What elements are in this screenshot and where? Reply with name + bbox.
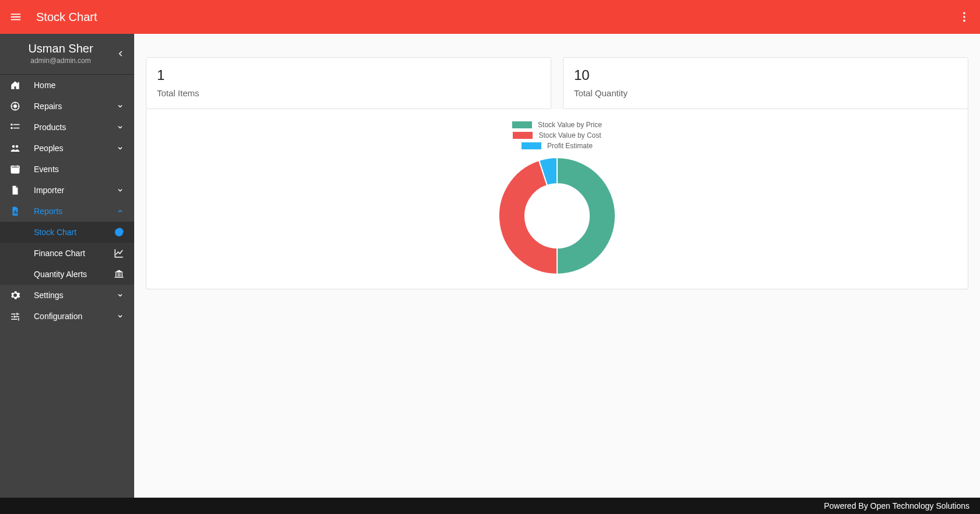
- svg-point-5: [14, 105, 17, 108]
- page-title: Stock Chart: [36, 11, 97, 24]
- sidebar-item-label: Importer: [34, 186, 103, 195]
- legend-item: Profit Estimate: [512, 141, 602, 151]
- gear-icon: [9, 290, 21, 300]
- card-total-quantity: 10 Total Quantity: [563, 57, 968, 109]
- svg-rect-19: [118, 273, 119, 277]
- donut-chart: [496, 155, 618, 277]
- svg-point-1: [963, 16, 965, 18]
- sidebar-nav: Home Repairs Products: [0, 75, 134, 222]
- sidebar-item-settings[interactable]: Settings: [0, 285, 134, 306]
- svg-point-11: [16, 145, 19, 148]
- chevron-down-icon: [116, 145, 125, 152]
- svg-point-0: [963, 12, 965, 15]
- svg-rect-9: [13, 128, 20, 129]
- hamburger-icon[interactable]: [9, 11, 22, 23]
- sidebar-item-quantity-alerts[interactable]: Quantity Alerts: [0, 264, 134, 285]
- sidebar-item-importer[interactable]: Importer: [0, 180, 134, 201]
- legend-swatch: [512, 121, 532, 128]
- sidebar: Usman Sher admin@admin.com Home Repairs: [0, 34, 134, 498]
- line-chart-icon: [113, 248, 125, 258]
- sidebar-item-label: Products: [34, 123, 103, 132]
- legend-swatch: [513, 132, 533, 139]
- svg-rect-6: [11, 124, 13, 125]
- sidebar-item-events[interactable]: Events: [0, 159, 134, 180]
- sidebar-item-peoples[interactable]: Peoples: [0, 138, 134, 159]
- sidebar-collapse-button[interactable]: [117, 50, 125, 58]
- sidebar-item-stock-chart[interactable]: Stock Chart: [0, 222, 134, 243]
- svg-rect-20: [120, 273, 121, 277]
- svg-rect-21: [122, 273, 123, 277]
- legend-label: Stock Value by Price: [538, 121, 602, 129]
- more-vert-icon[interactable]: [958, 11, 971, 23]
- svg-rect-7: [13, 124, 20, 125]
- donut-icon: [113, 227, 125, 237]
- sidebar-item-finance-chart[interactable]: Finance Chart: [0, 243, 134, 264]
- user-block: Usman Sher admin@admin.com: [0, 34, 134, 74]
- sidebar-item-label: Settings: [34, 291, 103, 300]
- card-value: 1: [157, 67, 540, 83]
- card-label: Total Quantity: [574, 88, 957, 98]
- file-icon: [9, 185, 21, 195]
- sidebar-item-label: Finance Chart: [34, 249, 100, 258]
- chart-legend: Stock Value by Price Stock Value by Cost…: [512, 120, 602, 151]
- svg-rect-16: [16, 212, 18, 214]
- home-icon: [9, 80, 21, 90]
- legend-label: Stock Value by Cost: [538, 131, 601, 139]
- tune-icon: [9, 311, 21, 321]
- card-label: Total Items: [157, 88, 540, 98]
- repairs-icon: [9, 101, 21, 111]
- svg-rect-14: [14, 211, 15, 214]
- chevron-down-icon: [116, 103, 125, 110]
- sidebar-item-label: Peoples: [34, 144, 103, 153]
- user-name: Usman Sher: [9, 42, 112, 55]
- sidebar-item-label: Configuration: [34, 312, 103, 321]
- svg-rect-3: [18, 82, 19, 85]
- sidebar-item-reports[interactable]: Reports: [0, 201, 134, 222]
- sidebar-item-label: Events: [34, 165, 103, 174]
- appbar: Stock Chart: [0, 0, 980, 34]
- legend-item: Stock Value by Cost: [512, 130, 602, 141]
- sidebar-subnav-reports: Stock Chart Finance Chart Quantity Alert…: [0, 222, 134, 285]
- sidebar-item-home[interactable]: Home: [0, 75, 134, 96]
- chart-panel: Stock Value by Price Stock Value by Cost…: [146, 109, 968, 289]
- footer-text: Powered By Open Technology Solutions: [824, 501, 970, 510]
- svg-point-10: [12, 145, 15, 148]
- chevron-up-icon: [116, 208, 125, 215]
- card-total-items: 1 Total Items: [146, 57, 551, 109]
- svg-rect-15: [15, 210, 16, 214]
- user-email: admin@admin.com: [9, 57, 112, 65]
- sidebar-item-label: Reports: [34, 207, 103, 216]
- chevron-down-icon: [116, 124, 125, 131]
- people-icon: [9, 143, 21, 153]
- svg-rect-8: [11, 127, 13, 129]
- main-content: 1 Total Items 10 Total Quantity Stock Va…: [134, 34, 980, 498]
- chevron-down-icon: [116, 313, 125, 320]
- svg-point-2: [963, 20, 965, 22]
- sidebar-item-label: Stock Chart: [34, 228, 100, 237]
- chevron-down-icon: [116, 187, 125, 194]
- legend-label: Profit Estimate: [547, 142, 593, 150]
- svg-rect-13: [11, 166, 19, 168]
- sidebar-item-label: Repairs: [34, 102, 103, 111]
- sidebar-item-label: Quantity Alerts: [34, 270, 100, 279]
- legend-swatch: [522, 142, 541, 149]
- svg-rect-18: [116, 273, 117, 277]
- bank-icon: [113, 269, 125, 279]
- report-icon: [9, 206, 21, 216]
- sidebar-item-repairs[interactable]: Repairs: [0, 96, 134, 117]
- svg-rect-22: [115, 277, 124, 278]
- calendar-icon: [9, 164, 21, 174]
- chevron-down-icon: [116, 292, 125, 299]
- legend-item: Stock Value by Price: [512, 120, 602, 130]
- footer: Powered By Open Technology Solutions: [0, 498, 980, 514]
- card-value: 10: [574, 67, 957, 83]
- sidebar-item-configuration[interactable]: Configuration: [0, 306, 134, 327]
- sidebar-item-label: Home: [34, 81, 103, 90]
- products-icon: [9, 122, 21, 132]
- sidebar-item-products[interactable]: Products: [0, 117, 134, 138]
